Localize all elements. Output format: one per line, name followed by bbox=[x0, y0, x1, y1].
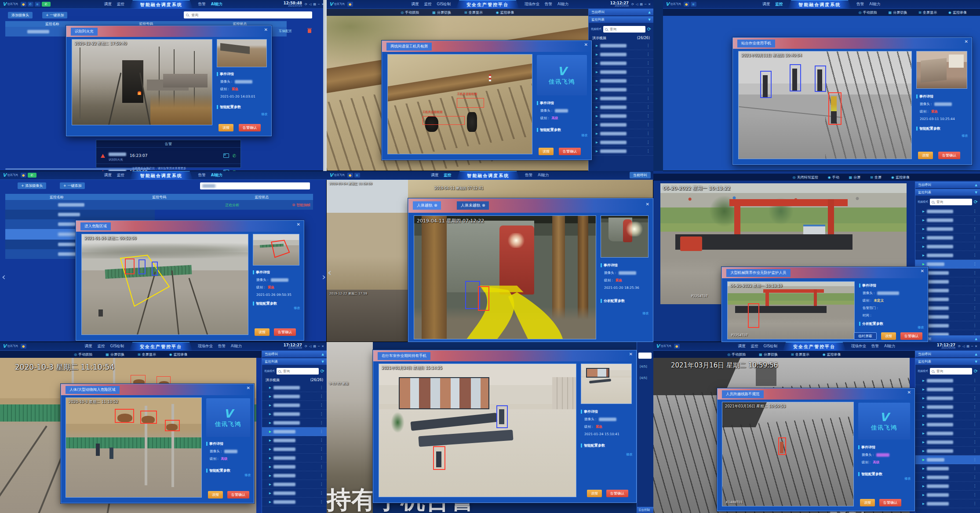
camera-list-item[interactable]: ▶ ⋮ bbox=[589, 120, 653, 129]
more-icon[interactable]: ⋮ bbox=[973, 502, 976, 506]
more-icon[interactable]: ⋮ bbox=[320, 429, 323, 433]
camera-list-item[interactable]: ▶ ⋮ bbox=[589, 59, 653, 68]
video-mode-label[interactable]: 视频模式 bbox=[264, 370, 275, 373]
dialog-close-icon[interactable]: ✕ bbox=[907, 390, 911, 395]
play-icon[interactable]: ▶ bbox=[596, 70, 598, 74]
more-icon[interactable]: ⋮ bbox=[973, 324, 976, 327]
play-icon[interactable]: ▶ bbox=[922, 467, 925, 470]
sidebar-header-monitor-list[interactable]: 监控列表▼ bbox=[915, 358, 980, 365]
tab-alarm[interactable]: 告警 bbox=[856, 2, 864, 7]
edit-params-link[interactable]: 修改 bbox=[962, 134, 968, 138]
edit-params-link[interactable]: 修改 bbox=[904, 477, 911, 481]
collapse-icon[interactable]: ▲ bbox=[975, 337, 977, 341]
confirm-alarm-button[interactable]: 告警确认 bbox=[559, 148, 581, 155]
play-icon[interactable]: ▶ bbox=[922, 493, 925, 497]
camera-list-item[interactable]: ▶ ⋮ bbox=[589, 94, 653, 103]
more-icon[interactable]: ⋮ bbox=[646, 44, 650, 47]
video-group-header[interactable]: 演示视频(26/26) bbox=[589, 34, 653, 41]
tab-ai[interactable]: AI能力 bbox=[538, 173, 549, 178]
full-tool[interactable]: ⊞全屏 bbox=[870, 175, 882, 180]
refresh-icon[interactable]: ⟳ bbox=[974, 199, 978, 205]
refresh-icon[interactable]: ⟳ bbox=[305, 345, 307, 348]
current-call-button[interactable]: 当前呼叫 bbox=[630, 172, 651, 178]
camera-list-item[interactable]: ▶ ⋮ bbox=[589, 68, 653, 76]
manual-tool[interactable]: ◉手动 bbox=[828, 175, 839, 180]
video-mode-label[interactable]: 视频模式 bbox=[591, 28, 601, 31]
close-icon[interactable]: ✕ bbox=[321, 345, 324, 348]
play-icon[interactable]: ▶ bbox=[596, 79, 598, 83]
refresh-icon[interactable]: ⟳ bbox=[974, 368, 978, 374]
avatar-icon[interactable]: ● bbox=[674, 344, 680, 349]
dialog-close-icon[interactable]: ✕ bbox=[264, 28, 268, 32]
close-icon[interactable]: ✕ bbox=[648, 3, 651, 6]
dialog-title-tab[interactable]: 两线间遗留工机具检测 bbox=[386, 43, 432, 51]
split-tool[interactable]: ▦分屏 bbox=[849, 175, 861, 180]
tab-ai[interactable]: AI能力 bbox=[557, 2, 568, 7]
edit-params-link[interactable]: 修改 bbox=[244, 473, 251, 477]
vehicle-config-link[interactable]: 车辆配置 bbox=[279, 29, 292, 33]
search-input[interactable] bbox=[184, 11, 312, 18]
tab-dispatch[interactable]: 调度 bbox=[762, 2, 770, 7]
camera-list-item[interactable]: ▶ ⋮ bbox=[915, 403, 980, 411]
play-icon[interactable]: ▶ bbox=[922, 476, 925, 479]
play-icon[interactable]: ▶ bbox=[596, 141, 598, 144]
more-icon[interactable]: ⋮ bbox=[646, 149, 650, 153]
message-icon[interactable]: ▤ bbox=[640, 3, 643, 6]
tab-dispatch[interactable]: 调度 bbox=[412, 2, 419, 7]
avatar-icon[interactable]: ● bbox=[347, 2, 353, 7]
more-icon[interactable]: ⋮ bbox=[973, 449, 976, 453]
sidebar-search-field[interactable] bbox=[282, 369, 317, 374]
temp-mask-button[interactable]: 临时屏蔽 bbox=[854, 332, 877, 340]
camera-list-item[interactable]: ▶ ⋮ bbox=[262, 462, 327, 471]
video-group-header[interactable]: 演示视频(26/26) bbox=[262, 376, 327, 383]
camera-list-item[interactable]: ▶ ⋮ bbox=[589, 76, 653, 85]
snapshot-thumbnail[interactable] bbox=[253, 234, 299, 266]
camera-list-item[interactable]: ▶ ⋮ bbox=[915, 251, 980, 260]
sidebar-header-monitor-list[interactable]: 监控列表▼ bbox=[589, 16, 653, 23]
scrollbar[interactable] bbox=[5, 168, 150, 170]
dialog-close-icon[interactable]: ✕ bbox=[921, 269, 924, 273]
more-icon[interactable]: ⋮ bbox=[646, 140, 650, 144]
phone-icon[interactable]: ✆ bbox=[28, 2, 33, 7]
play-icon[interactable]: ▶ bbox=[922, 414, 925, 418]
more-icon[interactable]: ⋮ bbox=[973, 271, 976, 275]
sidebar-header-current-call[interactable]: 当前呼叫▲ bbox=[589, 9, 653, 15]
play-icon[interactable]: ▶ bbox=[269, 439, 271, 442]
snapshot-tool[interactable]: ◎手动抓拍 bbox=[727, 352, 746, 357]
message-icon[interactable]: ▤ bbox=[966, 345, 969, 348]
call-button[interactable]: ✆ bbox=[28, 173, 36, 178]
camera-list-item[interactable]: ▶ ⋮ bbox=[915, 482, 980, 491]
play-icon[interactable]: ▶ bbox=[922, 397, 925, 400]
minimize-icon[interactable]: ─ bbox=[318, 3, 320, 6]
close-icon[interactable]: ✕ bbox=[975, 345, 977, 348]
minimize-icon[interactable]: ─ bbox=[318, 345, 320, 348]
sidebar-search-field[interactable] bbox=[936, 200, 970, 204]
play-icon[interactable]: ▶ bbox=[596, 53, 598, 56]
expand-icon[interactable]: ▼ bbox=[975, 191, 977, 194]
tab-ai[interactable]: AI能力 bbox=[884, 344, 895, 349]
play-icon[interactable]: ▶ bbox=[596, 62, 598, 65]
play-icon[interactable]: ▶ bbox=[922, 449, 925, 453]
play-icon[interactable]: ▶ bbox=[596, 123, 598, 127]
snapshot-tool[interactable]: ◎手动抓拍 bbox=[401, 10, 419, 15]
tab-monitor[interactable]: 监控 bbox=[751, 344, 758, 349]
play-icon[interactable]: ▶ bbox=[596, 114, 598, 118]
false-alarm-button[interactable]: 误报 bbox=[860, 499, 875, 506]
more-icon[interactable]: ⋮ bbox=[973, 236, 976, 240]
close-feature-tool[interactable]: ◎关闭特写监控 bbox=[793, 175, 818, 180]
more-icon[interactable]: ⋮ bbox=[973, 405, 976, 409]
play-icon[interactable]: ▶ bbox=[596, 132, 598, 135]
add-camera-button[interactable]: + 添加摄像头 bbox=[18, 182, 46, 189]
list-icon[interactable]: ≡ bbox=[691, 2, 696, 7]
camera-list-item[interactable]: ▶ ⋮ bbox=[589, 147, 653, 156]
play-icon[interactable]: ▶ bbox=[269, 465, 271, 469]
false-alarm-button[interactable]: 误报 bbox=[208, 491, 223, 498]
more-icon[interactable]: ⋮ bbox=[646, 105, 650, 109]
expand-icon[interactable]: ▼ bbox=[322, 360, 324, 364]
false-alarm-button[interactable]: 误报 bbox=[881, 332, 896, 340]
confirm-alarm-button[interactable]: 告警确认 bbox=[900, 332, 922, 340]
camera-list-item[interactable]: ▶ ⋮ bbox=[915, 420, 980, 429]
tab-gis[interactable]: GIS绘制 bbox=[764, 344, 778, 349]
more-icon[interactable]: ⋮ bbox=[973, 253, 976, 257]
camera-list-item[interactable]: ▶ ⋮ bbox=[262, 436, 327, 445]
